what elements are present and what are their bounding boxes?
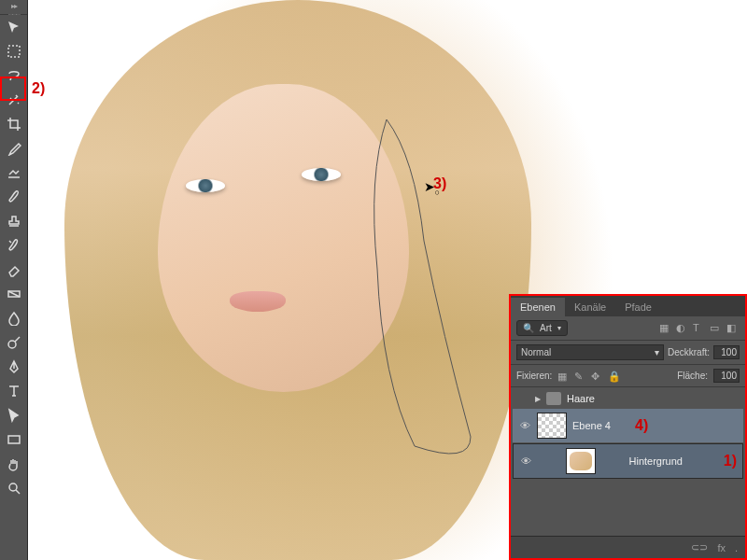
path-select-tool[interactable] bbox=[1, 404, 27, 427]
lock-transparency-icon[interactable]: ▦ bbox=[557, 371, 569, 382]
hand-tool[interactable] bbox=[1, 453, 27, 475]
visibility-toggle[interactable]: 👁 bbox=[519, 455, 532, 467]
crop-tool[interactable] bbox=[1, 113, 27, 135]
tool-palette: ▸▸┈┈┈ bbox=[0, 0, 28, 560]
group-name: Haare bbox=[567, 393, 595, 404]
fill-label: Fläche: bbox=[677, 371, 708, 381]
lasso-tool[interactable] bbox=[1, 64, 27, 87]
layer-row[interactable]: 👁 Hintergrund 1) bbox=[513, 443, 743, 479]
expand-handle[interactable]: ▸▸┈┈┈ bbox=[0, 0, 27, 15]
lock-label: Fixieren: bbox=[516, 371, 552, 381]
tab-paths[interactable]: Pfade bbox=[615, 298, 661, 316]
filter-adjust-icon[interactable]: ◐ bbox=[676, 322, 689, 335]
lock-all-icon[interactable]: 🔒 bbox=[608, 371, 619, 382]
layer-filter-dropdown[interactable]: 🔍 Art bbox=[516, 320, 568, 336]
svg-point-4 bbox=[9, 483, 17, 491]
layers-panel: Ebenen Kanäle Pfade 🔍 Art ▦ ◐ T ▭ ◧ Norm… bbox=[509, 294, 747, 560]
expand-triangle-icon[interactable]: ▶ bbox=[535, 395, 541, 403]
filter-pixel-icon[interactable]: ▦ bbox=[659, 322, 672, 335]
layer-thumbnail bbox=[537, 413, 567, 439]
panel-footer: ⊂⊃ fx . bbox=[511, 536, 745, 558]
annotation-1: 1) bbox=[724, 453, 737, 469]
fill-input[interactable] bbox=[713, 369, 740, 383]
opacity-input[interactable] bbox=[713, 345, 740, 359]
dodge-tool[interactable] bbox=[1, 331, 27, 354]
zoom-tool[interactable] bbox=[1, 477, 27, 499]
tab-channels[interactable]: Kanäle bbox=[565, 298, 615, 316]
brush-tool[interactable] bbox=[1, 186, 27, 208]
healing-tool[interactable] bbox=[1, 161, 27, 184]
blur-tool[interactable] bbox=[1, 307, 27, 329]
move-tool[interactable] bbox=[1, 16, 27, 38]
history-brush-tool[interactable] bbox=[1, 234, 27, 257]
tab-layers[interactable]: Ebenen bbox=[511, 298, 565, 316]
annotation-4: 4) bbox=[635, 417, 648, 434]
layer-group[interactable]: ▶ Haare bbox=[511, 389, 745, 408]
filter-type-icon[interactable]: T bbox=[693, 322, 706, 335]
filter-label: Art bbox=[540, 323, 552, 333]
lasso-cursor-icon: ➤○ bbox=[424, 179, 440, 197]
stamp-tool[interactable] bbox=[1, 210, 27, 232]
svg-rect-3 bbox=[8, 436, 20, 443]
lock-paint-icon[interactable]: ✎ bbox=[574, 371, 585, 382]
filter-smart-icon[interactable]: ◧ bbox=[726, 322, 740, 335]
eraser-tool[interactable] bbox=[1, 259, 27, 281]
filter-shape-icon[interactable]: ▭ bbox=[710, 322, 723, 335]
blend-mode-select[interactable]: Normal▾ bbox=[516, 344, 664, 360]
footer-dot-icon[interactable]: . bbox=[735, 542, 738, 553]
gradient-tool[interactable] bbox=[1, 283, 27, 305]
layer-name: Ebene 4 bbox=[572, 420, 611, 431]
rectangle-tool[interactable] bbox=[1, 428, 27, 451]
visibility-toggle[interactable]: 👁 bbox=[518, 420, 531, 431]
layer-thumbnail bbox=[566, 448, 596, 474]
lock-position-icon[interactable]: ✥ bbox=[591, 371, 602, 382]
layer-name: Hintergrund bbox=[629, 455, 683, 467]
svg-rect-0 bbox=[8, 46, 20, 57]
fx-icon[interactable]: fx bbox=[717, 542, 726, 553]
eyedropper-tool[interactable] bbox=[1, 137, 27, 160]
magic-wand-tool[interactable] bbox=[1, 89, 27, 111]
layer-row[interactable]: 👁 Ebene 4 4) bbox=[513, 409, 743, 442]
link-icon[interactable]: ⊂⊃ bbox=[691, 541, 708, 553]
type-tool[interactable] bbox=[1, 380, 27, 402]
svg-point-2 bbox=[8, 341, 16, 348]
blend-mode-value: Normal bbox=[521, 347, 551, 357]
folder-icon bbox=[546, 392, 561, 405]
opacity-label: Deckkraft: bbox=[668, 347, 710, 357]
pen-tool[interactable] bbox=[1, 356, 27, 378]
layer-list: ▶ Haare 👁 Ebene 4 4) 👁 Hintergrund 1) bbox=[511, 387, 745, 482]
panel-tabs: Ebenen Kanäle Pfade bbox=[511, 296, 745, 316]
marquee-tool[interactable] bbox=[1, 40, 27, 63]
